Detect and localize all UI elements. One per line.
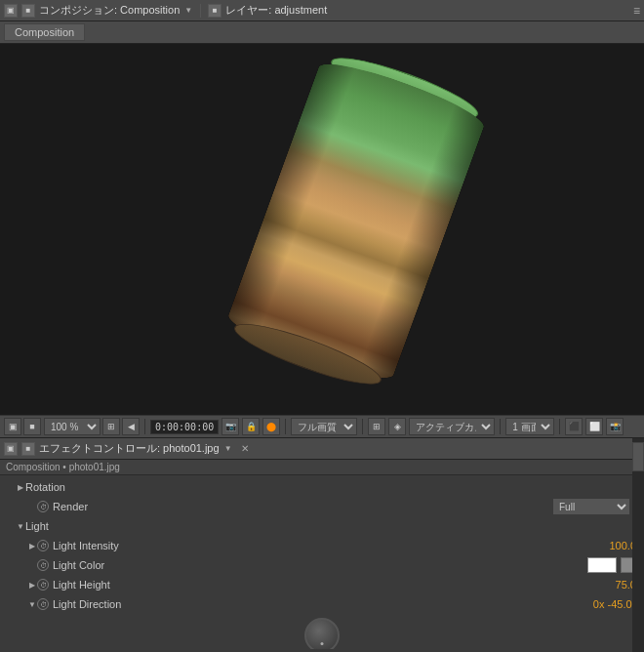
comp-tab-bar: Composition: [0, 21, 644, 44]
height-label: Light Height: [53, 579, 616, 591]
effects-icon-2: ■: [21, 442, 35, 456]
panel-icon-2: ■: [21, 4, 35, 18]
light-height-row[interactable]: ▶ ⏱ Light Height 75.0: [0, 575, 644, 594]
camera-icon-btn[interactable]: 📷: [221, 418, 239, 435]
render-stopwatch[interactable]: ⏱: [37, 501, 49, 512]
render-select[interactable]: Full: [552, 498, 630, 515]
color-swatch[interactable]: [587, 557, 617, 573]
rotation-arrow[interactable]: ▶: [16, 482, 25, 492]
divider-3: [362, 419, 363, 434]
top-bar: ▣ ■ コンポジション: Composition ▼ ■ レイヤー: adjus…: [0, 0, 644, 21]
effects-panel-title: エフェクトコントロール: photo01.jpg: [39, 441, 220, 456]
effects-scrollbar[interactable]: [632, 438, 644, 652]
color-btn[interactable]: ⬤: [262, 418, 280, 435]
zoom-select[interactable]: 100 %: [44, 418, 101, 435]
screen-count-select[interactable]: 1 画面: [505, 418, 554, 435]
light-label: Light: [25, 520, 640, 532]
properties-area: ▶ Rotation ⏱ Render Full ▼ ▼ Light: [0, 475, 644, 649]
scrollbar-thumb[interactable]: [632, 442, 644, 471]
divider-2: [285, 419, 286, 434]
canvas-area: [0, 44, 644, 415]
height-arrow[interactable]: ▶: [27, 580, 37, 590]
cylinder-preview: [223, 54, 489, 388]
menu-icon[interactable]: ≡: [633, 4, 640, 18]
lock-btn[interactable]: 🔒: [242, 418, 260, 435]
render-arrow: [27, 502, 37, 511]
timecode-display[interactable]: 0:00:00:00: [150, 420, 219, 434]
height-stopwatch[interactable]: ⏱: [37, 579, 49, 591]
toolbar-icons-left: ▣ ■: [4, 418, 41, 435]
light-arrow[interactable]: ▼: [16, 521, 25, 531]
effects-title-dropdown[interactable]: ▼: [223, 444, 233, 454]
panel-icon-3: ■: [208, 4, 221, 18]
light-color-row[interactable]: ⏱ Light Color: [0, 555, 644, 575]
motion-blur-btn[interactable]: ◈: [388, 418, 406, 435]
light-direction-row[interactable]: ▼ ⏱ Light Direction 0x -45.0°: [0, 594, 644, 614]
divider-1: [144, 419, 145, 434]
layer-panel-title: レイヤー: adjustment: [225, 3, 327, 18]
direction-arrow[interactable]: ▼: [27, 599, 37, 609]
rotation-group: ▶ Rotation ⏱ Render Full ▼: [0, 477, 644, 516]
render-label: Render: [53, 501, 552, 512]
render-btn-1[interactable]: ⬛: [565, 418, 583, 435]
light-row[interactable]: ▼ Light: [0, 516, 644, 536]
zoom-selector: 100 % ⊞ ◀: [44, 418, 140, 435]
toggle-btn-2[interactable]: ■: [23, 418, 41, 435]
color-arrow: [27, 560, 37, 570]
bottom-toolbar: ▣ ■ 100 % ⊞ ◀ 0:00:00:00 📷 🔒 ⬤ フル画質 ⊞ ◈ …: [0, 415, 644, 438]
panel-icon-1: ▣: [4, 4, 18, 18]
top-bar-separator: [200, 4, 201, 18]
snapshot-btn[interactable]: 📸: [606, 418, 624, 435]
render-btn-2[interactable]: ⬜: [585, 418, 603, 435]
grid-btn[interactable]: ⊞: [368, 418, 385, 435]
direction-dial[interactable]: [304, 618, 340, 649]
effects-close-icon[interactable]: ✕: [241, 443, 249, 454]
rotation-row[interactable]: ▶ Rotation: [0, 477, 644, 497]
direction-label: Light Direction: [53, 598, 593, 610]
light-intensity-row[interactable]: ▶ ⏱ Light Intensity 100.0: [0, 536, 644, 555]
rotation-label: Rotation: [25, 481, 640, 493]
render-row[interactable]: ⏱ Render Full ▼: [0, 497, 644, 516]
intensity-label: Light Intensity: [53, 540, 609, 551]
divider-5: [559, 419, 560, 434]
direction-value[interactable]: 0x -45.0°: [593, 598, 636, 610]
effects-top-bar: ▣ ■ エフェクトコントロール: photo01.jpg ▼ ✕ ≡: [0, 438, 644, 460]
direction-stopwatch[interactable]: ⏱: [37, 598, 49, 610]
effects-icon-1: ▣: [4, 442, 18, 456]
composition-panel-title: コンポジション: Composition: [39, 3, 180, 18]
color-label: Light Color: [53, 559, 587, 571]
effects-breadcrumb: Composition • photo01.jpg: [0, 460, 644, 475]
direction-dial-container: [0, 614, 644, 649]
dial-indicator: [321, 642, 324, 645]
light-group: ▼ Light ▶ ⏱ Light Intensity 100.0 ⏱ Ligh…: [0, 516, 644, 649]
color-stopwatch[interactable]: ⏱: [37, 559, 49, 571]
composition-tab[interactable]: Composition: [4, 23, 85, 41]
toggle-btn-1[interactable]: ▣: [4, 418, 21, 435]
intensity-stopwatch[interactable]: ⏱: [37, 540, 49, 551]
divider-4: [500, 419, 501, 434]
panel-title-dropdown[interactable]: ▼: [183, 6, 193, 16]
quality-select[interactable]: フル画質: [291, 418, 357, 435]
fit-btn[interactable]: ⊞: [102, 418, 120, 435]
camera-select[interactable]: アクティブカメラ: [409, 418, 495, 435]
prev-frame-btn[interactable]: ◀: [122, 418, 140, 435]
intensity-arrow[interactable]: ▶: [27, 541, 37, 550]
top-bar-menu: ≡: [633, 4, 640, 18]
effects-panel: ▣ ■ エフェクトコントロール: photo01.jpg ▼ ✕ ≡ Compo…: [0, 438, 644, 652]
